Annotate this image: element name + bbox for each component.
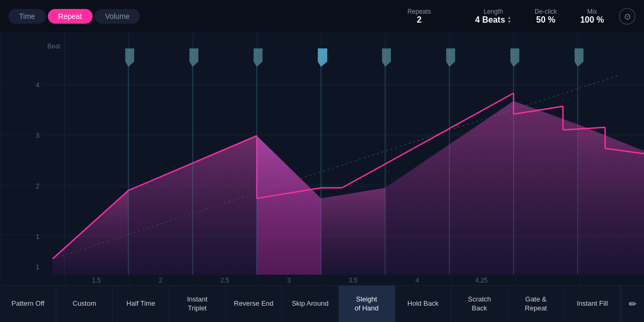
repeats-label: Repeats	[407, 8, 431, 15]
btn-scratch-back[interactable]: ScratchBack	[451, 286, 508, 322]
btn-hold-back[interactable]: Hold Back	[395, 286, 451, 322]
repeats-value[interactable]: 2	[417, 15, 421, 25]
length-label: Length	[484, 8, 503, 15]
svg-text:2: 2	[159, 277, 163, 284]
btn-skip-around[interactable]: Skip Around	[282, 286, 338, 322]
length-value[interactable]: 4 Beats ▲▼	[475, 15, 511, 25]
length-arrows[interactable]: ▲▼	[507, 16, 511, 24]
svg-text:4: 4	[416, 277, 419, 284]
declick-param: De-click 50 %	[535, 8, 557, 25]
btn-pattern-off[interactable]: Pattern Off	[0, 286, 56, 322]
svg-text:1: 1	[36, 263, 39, 271]
svg-text:1: 1	[36, 233, 39, 240]
btn-custom[interactable]: Custom	[56, 286, 113, 322]
chart-area: 4 3 2 1 1 Beat 1.5 2 2.5 3 3.5 4 4.25	[0, 33, 644, 285]
mix-value[interactable]: 100 %	[580, 15, 604, 25]
more-button[interactable]: ⊙	[619, 8, 636, 25]
btn-gate-repeat[interactable]: Gate &Repeat	[508, 286, 564, 322]
svg-text:2.5: 2.5	[220, 277, 229, 284]
svg-text:4: 4	[36, 81, 39, 89]
svg-marker-34	[514, 101, 579, 275]
edit-button[interactable]: ✏	[621, 286, 644, 322]
svg-text:3.5: 3.5	[349, 277, 358, 284]
tab-volume[interactable]: Volume	[95, 9, 140, 24]
top-bar: Time Repeat Volume Repeats 2 Length 4 Be…	[0, 0, 644, 33]
svg-text:3: 3	[36, 132, 39, 139]
svg-text:Beat: Beat	[47, 43, 61, 50]
chart-svg: 4 3 2 1 1 Beat 1.5 2 2.5 3 3.5 4 4.25	[0, 33, 644, 285]
tab-time[interactable]: Time	[8, 9, 46, 24]
svg-marker-32	[321, 188, 385, 275]
btn-sleight-of-hand[interactable]: Sleightof Hand	[339, 286, 395, 322]
bottom-bar: Pattern Off Custom Half Time InstantTrip…	[0, 285, 644, 322]
mix-label: Mix	[587, 8, 597, 15]
svg-text:2: 2	[36, 182, 39, 190]
repeats-param: Repeats 2	[407, 8, 431, 25]
btn-instant-fill[interactable]: Instant Fill	[565, 286, 621, 322]
btn-reverse-end[interactable]: Reverse End	[226, 286, 282, 322]
btn-half-time[interactable]: Half Time	[113, 286, 169, 322]
svg-text:1.5: 1.5	[92, 277, 101, 284]
svg-text:4.25: 4.25	[475, 277, 488, 284]
mix-param: Mix 100 %	[580, 8, 604, 25]
tab-repeat[interactable]: Repeat	[48, 9, 93, 24]
btn-instant-triplet[interactable]: InstantTriplet	[169, 286, 226, 322]
declick-label: De-click	[535, 8, 557, 15]
svg-text:3: 3	[287, 277, 291, 284]
declick-value[interactable]: 50 %	[536, 15, 555, 25]
length-param: Length 4 Beats ▲▼	[475, 8, 511, 25]
svg-marker-35	[579, 125, 644, 275]
